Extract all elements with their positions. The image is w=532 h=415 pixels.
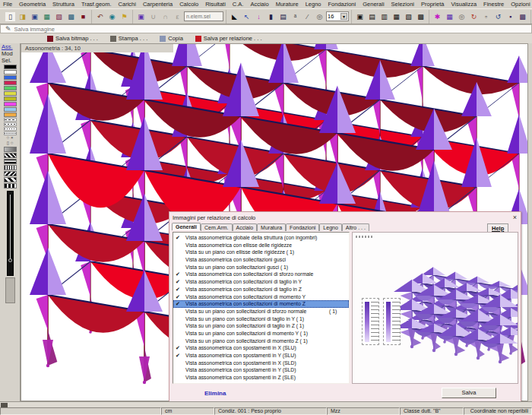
render-flower-icon[interactable]: ✱ [432, 11, 443, 22]
target-icon[interactable]: ◎ [314, 11, 325, 22]
marker-style-row-0[interactable]: ○ × [0, 135, 20, 141]
save-icon[interactable]: ▣ [29, 11, 40, 22]
color-swatch-2[interactable] [4, 75, 17, 80]
color-swatch-6[interactable] [4, 97, 17, 101]
list-item[interactable]: Vista su un piano con ellisse delle rigi… [173, 249, 349, 256]
menu-item-finestre[interactable]: Finestre [483, 1, 504, 8]
tab-fondazioni[interactable]: Fondazioni [286, 223, 319, 231]
list-item[interactable]: ✔Vista assonometrica con sollecitazioni … [173, 300, 349, 308]
select-cursor-icon[interactable]: ↖ [241, 11, 252, 22]
flag-icon[interactable]: ⚑ [119, 11, 130, 22]
list-item[interactable]: ✔Vista assonometrica con spostamenti in … [173, 352, 349, 360]
tab-acciaio[interactable]: Acciaio [233, 223, 258, 231]
hatch-pattern-swatch-3[interactable] [4, 165, 17, 170]
tab-cemarm[interactable]: Cem.Arm. [201, 223, 233, 231]
menu-item-carichi[interactable]: Carichi [119, 1, 136, 8]
union-icon[interactable]: ∪ [147, 11, 159, 22]
menu-item-propriet-[interactable]: Proprietà [421, 1, 444, 8]
list-item[interactable]: Vista assonometrica con spostamenti in X… [173, 360, 349, 367]
menu-item-trasf-geom-[interactable]: Trasf.geom. [81, 1, 112, 8]
tab-generali[interactable]: Generali [172, 223, 201, 230]
window-small-icon[interactable]: ▫ [480, 11, 492, 22]
menu-item-selezioni[interactable]: Selezioni [391, 1, 414, 8]
color-swatch-8[interactable] [4, 107, 17, 112]
menu-item-legno[interactable]: Legno [306, 1, 321, 8]
depth-slider[interactable] [7, 191, 14, 276]
marker-style-row-1[interactable]: ▯ ○ [0, 141, 20, 146]
material-icon[interactable]: ■ [78, 11, 89, 22]
panel-tab-ass[interactable]: Ass. [0, 43, 20, 50]
menu-item-c-a-[interactable]: C.A. [233, 1, 244, 8]
hatch-pattern-swatch-1[interactable] [4, 153, 17, 158]
shaded-view-icon[interactable]: ◣ [229, 11, 240, 22]
line-style-swatch-0[interactable] [4, 118, 17, 122]
epsilon-icon[interactable]: ε [172, 11, 183, 22]
viewport-grid-icon[interactable]: ▦ [391, 11, 402, 22]
list-item[interactable]: Vista su un piano con sollecitazioni di … [173, 330, 349, 337]
section-view-icon[interactable]: ▮ [265, 11, 277, 22]
selected-elements-input[interactable] [184, 11, 223, 21]
salva-button[interactable]: Salva [442, 388, 496, 398]
slider-handle[interactable] [8, 258, 12, 262]
hatch-pattern-swatch-6[interactable] [4, 183, 17, 188]
list-item[interactable]: ✔Vista assonometrica con spostamenti in … [173, 344, 349, 352]
list-item[interactable]: Vista assonometrica con sollecitazioni g… [173, 256, 349, 264]
panel-scroll-thumb[interactable] [5, 277, 15, 303]
model-archive-icon[interactable]: ▦ [41, 11, 52, 22]
color-swatch-1[interactable] [4, 70, 17, 74]
menu-item-risultati[interactable]: Risultati [205, 1, 226, 8]
close-icon[interactable]: × [513, 214, 517, 221]
list-item[interactable]: ✔Vista assonometrica con sollecitazioni … [173, 293, 349, 301]
chevron-down-icon[interactable]: ▾ [340, 13, 347, 20]
menu-item-visualizza[interactable]: Visualizza [451, 1, 477, 8]
font-size-dropdown[interactable]: 16▾ [326, 11, 349, 21]
menu-item-file[interactable]: File [3, 1, 12, 8]
menu-item-calcolo[interactable]: Calcolo [179, 1, 198, 8]
list-item[interactable]: Vista su un piano con sollecitazioni gus… [173, 264, 349, 271]
line-style-swatch-1[interactable] [4, 122, 17, 126]
menu-item-murature[interactable]: Murature [276, 1, 299, 8]
arrow-down-icon[interactable]: ↓ [253, 11, 264, 22]
color-swatch-0[interactable] [4, 65, 17, 69]
beam-view-icon[interactable]: ▤ [277, 11, 289, 22]
intersect-icon[interactable]: ∩ [160, 11, 171, 22]
viewport-mosaic-icon[interactable]: ▩ [415, 11, 426, 22]
tab-altro[interactable]: Altro . . . [342, 223, 369, 231]
menu-item-struttura[interactable]: Struttura [52, 1, 74, 8]
list-item[interactable]: ✔Vista assonometrica con sollecitazioni … [173, 271, 349, 278]
panel-tab-mod[interactable]: Mod [0, 50, 20, 57]
list-item[interactable]: Vista assonometrica con spostamenti in Z… [173, 374, 349, 382]
color-swatch-9[interactable] [4, 112, 17, 117]
list-item[interactable]: Vista su un piano con sollecitazioni di … [173, 322, 349, 330]
color-swatch-7[interactable] [4, 102, 17, 106]
refresh-icon[interactable]: ↺ [492, 11, 504, 22]
elimina-button[interactable]: Elimina [204, 390, 226, 397]
list-item[interactable]: ✔Vista assonometrica globale della strut… [173, 234, 349, 242]
menu-item-geometria[interactable]: Geometria [19, 1, 46, 8]
list-item[interactable]: ✔Vista assonometrica con sollecitazioni … [173, 286, 349, 293]
line-style-swatch-2[interactable] [4, 127, 17, 131]
hatch-pattern-swatch-2[interactable] [4, 159, 17, 164]
menu-item-acciaio[interactable]: Acciaio [250, 1, 268, 8]
viewport-quad-icon[interactable]: ▧ [403, 11, 414, 22]
bitmap-button[interactable]: Salva bitmap . . . [43, 34, 103, 43]
list-item[interactable]: Vista su un piano con sollecitazioni di … [173, 337, 349, 345]
mesh-grid-icon[interactable]: ▦ [444, 11, 455, 22]
list-item[interactable]: Vista su un piano con sollecitazioni di … [173, 315, 349, 323]
menu-item-opzioni[interactable]: Opzioni [511, 1, 530, 8]
new-document-icon[interactable]: ▯ [5, 11, 16, 22]
horizontal-scroll-strip[interactable] [0, 401, 532, 407]
node-numbers-icon[interactable]: ᵃ [290, 11, 301, 22]
hatch-pattern-swatch-5[interactable] [4, 177, 17, 182]
hatch-pattern-swatch-4[interactable] [4, 171, 17, 176]
image-views-list[interactable]: ✔Vista assonometrica globale della strut… [173, 232, 350, 384]
tab-legno[interactable]: Legno [319, 223, 341, 231]
measure-icon[interactable]: ⁄ [302, 11, 313, 22]
hatch-pattern-swatch-0[interactable] [4, 147, 17, 152]
rotate-view-icon[interactable]: ↻ [468, 11, 480, 22]
copy-button[interactable]: Copia [155, 34, 188, 43]
list-item[interactable]: Vista assonometrica con ellisse delle ri… [173, 242, 349, 249]
list-item[interactable]: Vista assonometrica con spostamenti in Y… [173, 366, 349, 374]
model-group-icon[interactable]: ▩ [65, 11, 77, 22]
menu-item-generali[interactable]: Generali [363, 1, 384, 8]
